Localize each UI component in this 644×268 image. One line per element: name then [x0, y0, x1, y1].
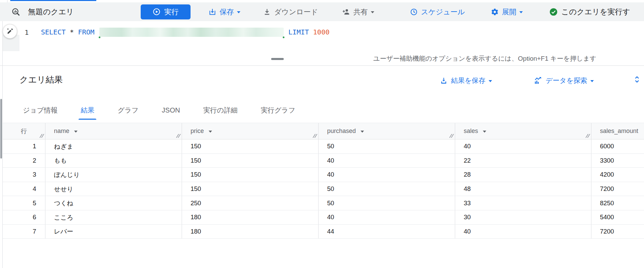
cell-sales: 40: [455, 225, 591, 239]
cell-sales_amount: 4200: [591, 168, 644, 182]
cell-price: 150: [182, 139, 319, 153]
cell-price: 150: [182, 154, 319, 168]
row-number-cell: 4: [3, 182, 45, 196]
left-scrollbar-thumb[interactable]: [0, 99, 2, 159]
save-dropdown-icon: [237, 11, 240, 13]
explore-data-button[interactable]: データを探索: [534, 76, 594, 85]
cell-name: もも: [45, 154, 182, 168]
cell-purchased: 40: [319, 168, 455, 182]
download-label: ダウンロード: [274, 7, 318, 17]
save-button[interactable]: 保存: [208, 7, 240, 17]
sql-code-line[interactable]: SELECT * FROMLIMIT 1000: [41, 27, 330, 37]
cell-sales: 28: [455, 168, 591, 182]
tab-JSON[interactable]: JSON: [150, 101, 192, 120]
query-icon: [11, 7, 20, 16]
table-row: 5つくね25050338250: [3, 196, 644, 210]
check-circle-icon: [549, 8, 558, 16]
cell-purchased: 40: [319, 210, 455, 224]
table-row: 1ねぎま15050406000: [3, 139, 644, 154]
results-title: クエリ結果: [19, 74, 63, 85]
share-label: 共有: [353, 7, 368, 17]
column-resize-handle[interactable]: [177, 134, 180, 138]
sql-editor[interactable]: 1 SELECT * FROMLIMIT 1000: [0, 21, 644, 51]
share-button[interactable]: 共有: [342, 7, 374, 17]
table-row: 2もも15040223300: [3, 154, 644, 168]
accessibility-hint: ユーザー補助機能のオプションを表示するには、Option+F1 キーを押します: [373, 54, 597, 63]
schedule-button[interactable]: スケジュール: [410, 7, 465, 17]
share-dropdown-icon: [371, 11, 374, 13]
sql-star: *: [70, 28, 74, 36]
column-header-row[interactable]: 行: [3, 123, 45, 139]
sql-limit-value: 1000: [313, 28, 330, 36]
gemini-edit-button[interactable]: [3, 24, 17, 39]
table-row: 6こころ18040305400: [3, 210, 644, 225]
sql-select-keyword: SELECT: [41, 28, 66, 36]
row-number-cell: 3: [3, 168, 45, 182]
cell-sales: 48: [455, 182, 591, 196]
explore-data-dropdown-icon: [590, 80, 594, 82]
gear-icon: [491, 8, 499, 16]
cell-purchased: 50: [319, 139, 455, 153]
play-icon: [153, 8, 160, 16]
sort-dropdown-icon[interactable]: [74, 131, 78, 133]
editor-results-splitter: ユーザー補助機能のオプションを表示するには、Option+F1 キーを押します: [0, 51, 644, 66]
row-number-cell: 7: [3, 225, 45, 239]
column-resize-handle[interactable]: [41, 134, 43, 138]
table-row: 7レバー18044407200: [3, 225, 644, 239]
cell-purchased: 50: [319, 196, 455, 210]
schedule-label: スケジュール: [421, 7, 465, 17]
cell-sales_amount: 6000: [591, 139, 644, 153]
column-resize-handle[interactable]: [314, 134, 316, 138]
bigquery-console: 無題のクエリ 実行 保存 ダウンロード: [0, 0, 644, 268]
row-number-cell: 2: [3, 154, 45, 168]
clock-icon: [410, 8, 418, 16]
cell-purchased: 44: [319, 225, 455, 239]
table-header-row: 行namepricepurchasedsalessales_amount: [3, 123, 644, 139]
expand-label: 展開: [502, 7, 516, 17]
cell-sales: 30: [455, 210, 591, 224]
query-validator-status: このクエリを実行す: [549, 7, 630, 17]
column-resize-handle[interactable]: [587, 134, 589, 138]
tab-実行グラフ[interactable]: 実行グラフ: [249, 101, 307, 120]
download-button[interactable]: ダウンロード: [263, 7, 318, 17]
column-header-sales[interactable]: sales: [455, 123, 591, 139]
unfold-chevrons-icon: [633, 75, 641, 84]
splitter-drag-handle[interactable]: [271, 58, 284, 60]
sort-dropdown-icon[interactable]: [483, 131, 486, 133]
run-button[interactable]: 実行: [141, 4, 191, 19]
sql-limit-keyword: LIMIT: [289, 28, 309, 36]
sql-from-keyword: FROM: [78, 28, 94, 36]
cell-name: せせり: [45, 182, 182, 196]
collapse-results-button[interactable]: [633, 75, 641, 84]
tab-グラフ[interactable]: グラフ: [106, 101, 150, 120]
save-results-button[interactable]: 結果を保存: [440, 76, 492, 85]
cell-name: つくね: [45, 196, 182, 210]
cell-purchased: 50: [319, 182, 455, 196]
query-title[interactable]: 無題のクエリ: [28, 7, 74, 17]
expand-button[interactable]: 展開: [491, 7, 523, 17]
line-number: 1: [25, 28, 29, 36]
cell-name: こころ: [45, 210, 182, 224]
sort-dropdown-icon[interactable]: [361, 131, 364, 133]
status-message-text: このクエリを実行す: [561, 7, 630, 17]
column-resize-handle[interactable]: [450, 134, 453, 138]
save-icon: [208, 8, 216, 16]
tab-結果[interactable]: 結果: [69, 101, 106, 120]
tab-ジョブ情報[interactable]: ジョブ情報: [11, 101, 69, 120]
cell-price: 180: [182, 225, 319, 239]
cell-price: 150: [182, 168, 319, 182]
column-header-price[interactable]: price: [182, 123, 319, 139]
cell-purchased: 40: [319, 154, 455, 168]
column-header-sales_amount[interactable]: sales_amount: [591, 123, 644, 139]
save-results-icon: [440, 77, 448, 85]
cell-sales_amount: 5400: [591, 210, 644, 224]
expand-dropdown-icon: [519, 11, 523, 13]
cell-sales_amount: 8250: [591, 196, 644, 210]
sort-dropdown-icon[interactable]: [209, 131, 212, 133]
column-header-name[interactable]: name: [45, 123, 182, 139]
run-label: 実行: [164, 7, 179, 17]
cell-sales_amount: 7200: [591, 225, 644, 239]
tab-実行の詳細[interactable]: 実行の詳細: [192, 101, 249, 120]
column-header-purchased[interactable]: purchased: [319, 123, 455, 139]
cell-price: 180: [182, 210, 319, 224]
